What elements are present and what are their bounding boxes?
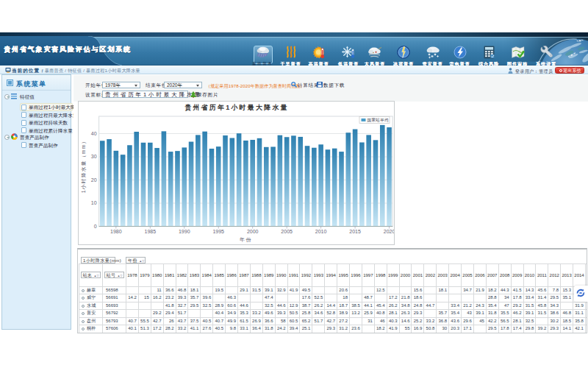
svg-text:年份: 年份: [240, 237, 252, 243]
svg-text:2015: 2015: [349, 229, 361, 234]
svg-text:1985: 1985: [145, 229, 157, 234]
svg-text:国家站平均: 国家站平均: [368, 118, 390, 123]
svg-text:40: 40: [91, 131, 97, 136]
svg-text:1990: 1990: [179, 229, 190, 234]
svg-text:贵州省历年1小时最大降水量: 贵州省历年1小时最大降水量: [184, 104, 289, 111]
svg-text:1995: 1995: [212, 229, 224, 234]
svg-text:2000: 2000: [247, 229, 259, 234]
svg-text:20: 20: [91, 177, 97, 183]
svg-text:10: 10: [91, 200, 97, 205]
svg-text:1小时降水量（mm）: 1小时降水量（mm）: [81, 138, 87, 194]
svg-text:30: 30: [91, 154, 97, 159]
svg-text:0: 0: [94, 224, 97, 229]
svg-text:1980: 1980: [110, 229, 122, 234]
svg-text:2020: 2020: [384, 229, 394, 234]
svg-text:2005: 2005: [281, 229, 293, 234]
svg-text:2010: 2010: [315, 229, 327, 234]
